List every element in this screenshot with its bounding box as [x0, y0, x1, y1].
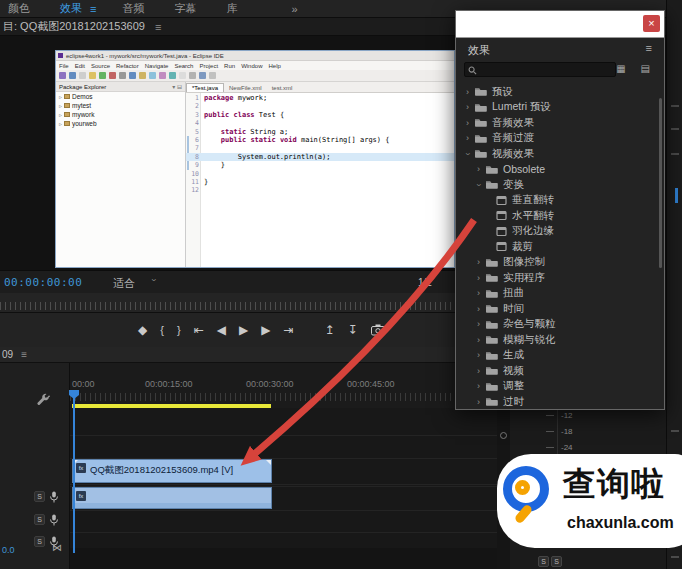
step-forward-button[interactable]: ▶ — [261, 324, 270, 336]
timeline-panel-menu-icon[interactable]: ≡ — [21, 349, 27, 360]
panel-tab-3[interactable]: 音频 — [122, 1, 144, 16]
effects-tree-item-生成[interactable]: ›生成 — [456, 348, 664, 364]
eclipse-toolbar-icon[interactable] — [129, 72, 136, 79]
eclipse-toolbar-icon[interactable] — [79, 72, 86, 79]
step-back-button[interactable]: ◀ — [217, 324, 226, 336]
effects-panel-menu-icon[interactable]: ≡ — [646, 42, 652, 54]
effects-tree-item-水平翻转[interactable]: 水平翻转 — [456, 208, 664, 224]
eclipse-toolbar-icon[interactable] — [99, 72, 106, 79]
explorer-item-mywork[interactable]: ▹mywork — [56, 110, 185, 119]
eclipse-menu-project[interactable]: Project — [199, 63, 218, 69]
eclipse-menu-file[interactable]: File — [59, 63, 69, 69]
mic-icon[interactable] — [49, 490, 59, 508]
editor-tab[interactable]: test.xml — [267, 84, 298, 92]
effects-tree-item-预设[interactable]: ›预设 — [456, 84, 664, 100]
extract-button[interactable]: ↧ — [348, 324, 358, 336]
twirl-arrow-icon[interactable]: › — [473, 288, 484, 298]
effects-tree-item-时间[interactable]: ›时间 — [456, 301, 664, 317]
mic-icon[interactable] — [49, 513, 59, 531]
play-button[interactable]: ▶ — [239, 324, 248, 336]
twirl-arrow-icon[interactable]: › — [462, 87, 473, 97]
twirl-arrow-icon[interactable]: › — [473, 397, 484, 407]
export-frame-button[interactable] — [371, 324, 385, 336]
lift-button[interactable]: ↥ — [324, 324, 334, 336]
twirl-arrow-icon[interactable]: › — [473, 319, 484, 329]
mixer-solo-button[interactable]: S — [538, 556, 549, 567]
effects-tree-item-调整[interactable]: ›调整 — [456, 379, 664, 395]
effects-tree-item-Obsolete[interactable]: ›Obsolete — [456, 162, 664, 178]
timeline-fit-icon[interactable]: ⋈ — [52, 542, 62, 553]
twirl-arrow-icon[interactable]: › — [473, 350, 484, 360]
active-panel-menu-icon[interactable]: ≡ — [90, 3, 96, 15]
timeline-zoom-value[interactable]: 0.0 — [2, 545, 15, 555]
current-timecode[interactable]: 00:00:00:00 — [4, 276, 82, 289]
effects-tree-item-羽化边缘[interactable]: 羽化边缘 — [456, 224, 664, 240]
effects-tree-item-Lumetri 预设[interactable]: ›Lumetri 预设 — [456, 100, 664, 116]
panel-tab-1[interactable]: 颜色 — [8, 1, 30, 16]
add-marker-button[interactable]: ◆ — [138, 324, 147, 336]
effects-tree-item-扭曲[interactable]: ›扭曲 — [456, 286, 664, 302]
eclipse-toolbar-icon[interactable] — [59, 72, 66, 79]
twirl-arrow-icon[interactable]: › — [473, 257, 484, 267]
playback-resolution[interactable]: 1/2 — [418, 277, 432, 288]
eclipse-toolbar-icon[interactable] — [209, 72, 216, 79]
timeline-settings-wrench-icon[interactable] — [36, 393, 51, 412]
eclipse-toolbar-icon[interactable] — [159, 72, 166, 79]
twirl-arrow-icon[interactable]: › — [462, 102, 473, 112]
effects-tree-item-过时[interactable]: ›过时 — [456, 394, 664, 409]
effects-tree-item-模糊与锐化[interactable]: ›模糊与锐化 — [456, 332, 664, 348]
effects-tree-item-垂直翻转[interactable]: 垂直翻转 — [456, 193, 664, 209]
effects-tree-item-杂色与颗粒[interactable]: ›杂色与颗粒 — [456, 317, 664, 333]
eclipse-toolbar-icon[interactable] — [109, 72, 116, 79]
eclipse-toolbar-icon[interactable] — [179, 72, 186, 79]
twirl-arrow-icon[interactable]: › — [474, 179, 484, 190]
twirl-arrow-icon[interactable]: › — [473, 366, 484, 376]
eclipse-menu-help[interactable]: Help — [268, 63, 280, 69]
editor-tab[interactable]: *Test.java — [186, 83, 224, 92]
solo-button[interactable]: S — [34, 514, 45, 525]
effects-scrollbar-thumb[interactable] — [659, 98, 662, 268]
eclipse-toolbar-icon[interactable] — [69, 72, 76, 79]
monitor-scrub-bar[interactable] — [0, 293, 455, 312]
eclipse-menu-search[interactable]: Search — [174, 63, 193, 69]
eclipse-toolbar-icon[interactable] — [119, 72, 126, 79]
eclipse-toolbar-icon[interactable] — [149, 72, 156, 79]
twirl-arrow-icon[interactable]: › — [463, 148, 473, 159]
eclipse-toolbar-icon[interactable] — [169, 72, 176, 79]
audio-clip[interactable]: fx — [72, 487, 272, 509]
twirl-arrow-icon[interactable]: › — [462, 118, 473, 128]
sequence-tab[interactable]: 09 — [2, 349, 13, 360]
eclipse-menu-window[interactable]: Window — [241, 63, 262, 69]
explorer-item-Demos[interactable]: ▹Demos — [56, 92, 185, 101]
mark-in-button[interactable]: { — [160, 325, 164, 336]
eclipse-menu-navigate[interactable]: Navigate — [145, 63, 169, 69]
eclipse-menu-edit[interactable]: Edit — [75, 63, 85, 69]
effects-tree-item-裁剪[interactable]: 裁剪 — [456, 239, 664, 255]
effects-tree-item-音频效果[interactable]: ›音频效果 — [456, 115, 664, 131]
eclipse-toolbar-icon[interactable] — [89, 72, 96, 79]
effects-tree-item-视频[interactable]: ›视频 — [456, 363, 664, 379]
eclipse-menu-source[interactable]: Source — [91, 63, 110, 69]
effects-tree-item-视频效果[interactable]: ›视频效果 — [456, 146, 664, 162]
eclipse-toolbar-icon[interactable] — [189, 72, 196, 79]
editor-tab[interactable]: NewFile.xml — [224, 84, 267, 92]
go-to-out-button[interactable]: ⇥ — [283, 324, 293, 336]
solo-button[interactable]: S — [34, 491, 45, 502]
timeline-ruler[interactable]: 00:0000:00:15:0000:00:30:0000:00:45:00 — [70, 363, 510, 408]
zoom-level-select[interactable]: 适合 — [113, 276, 135, 291]
twirl-arrow-icon[interactable]: › — [473, 273, 484, 283]
mark-out-button[interactable]: } — [177, 325, 181, 336]
explorer-item-mytest[interactable]: ▹mytest — [56, 101, 185, 110]
effects-bin-icons[interactable]: ▦ ▤ — [616, 63, 656, 74]
eclipse-menu-refactor[interactable]: Refactor — [116, 63, 139, 69]
panel-tab-4[interactable]: 字幕 — [174, 1, 196, 16]
twirl-arrow-icon[interactable]: › — [473, 335, 484, 345]
floating-window-title-bar[interactable]: × — [456, 11, 664, 37]
solo-button[interactable]: S — [34, 536, 45, 547]
video-clip[interactable]: fx QQ截图20181202153609.mp4 [V] — [72, 459, 272, 483]
eclipse-toolbar-icon[interactable] — [139, 72, 146, 79]
effects-tree-item-图像控制[interactable]: ›图像控制 — [456, 255, 664, 271]
effects-tree-item-音频过渡[interactable]: ›音频过渡 — [456, 131, 664, 147]
twirl-arrow-icon[interactable]: › — [462, 133, 473, 143]
program-panel-menu-icon[interactable]: ≡ — [155, 21, 161, 33]
